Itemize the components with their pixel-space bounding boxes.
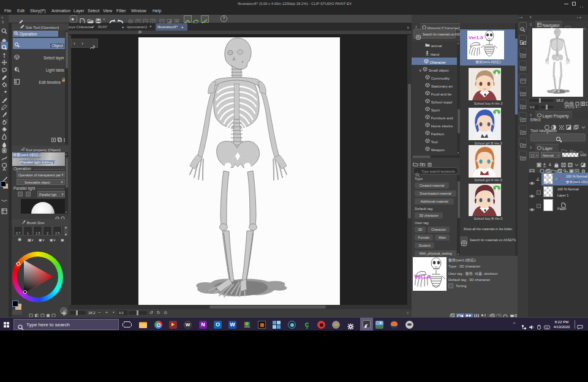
- svg-text:Ver1.0: Ver1.0: [469, 35, 483, 40]
- svg-text:Ver1.0: Ver1.0: [414, 274, 431, 280]
